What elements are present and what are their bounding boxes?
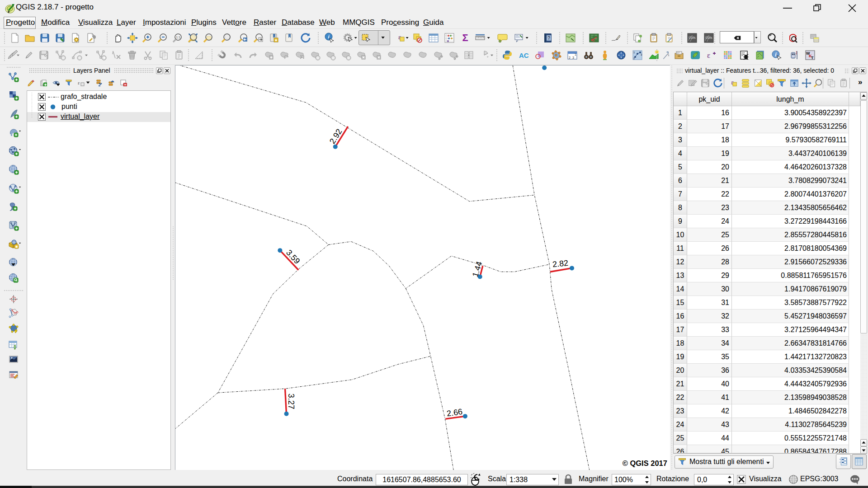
svg-text:2.82: 2.82 bbox=[552, 258, 569, 269]
svg-text:3.27: 3.27 bbox=[287, 394, 296, 409]
svg-text:3.59: 3.59 bbox=[284, 248, 302, 266]
svg-text:T: T bbox=[811, 56, 814, 60]
svg-text:1:1: 1:1 bbox=[176, 36, 180, 39]
svg-text:USGS: USGS bbox=[689, 37, 696, 39]
svg-text:1.44: 1.44 bbox=[471, 260, 484, 278]
svg-text:1: 1 bbox=[668, 54, 669, 56]
svg-text:© QGIS 2017: © QGIS 2017 bbox=[623, 459, 667, 467]
svg-text:ε: ε bbox=[78, 80, 80, 85]
svg-text:2: 2 bbox=[569, 56, 571, 59]
svg-text:USGS: USGS bbox=[705, 37, 712, 39]
svg-text:AC: AC bbox=[519, 52, 529, 59]
svg-text:3: 3 bbox=[572, 56, 574, 59]
svg-text:?: ? bbox=[547, 36, 550, 41]
svg-text:ε: ε bbox=[707, 51, 710, 60]
svg-text:Σ: Σ bbox=[462, 33, 468, 43]
svg-text:1: 1 bbox=[575, 53, 576, 56]
